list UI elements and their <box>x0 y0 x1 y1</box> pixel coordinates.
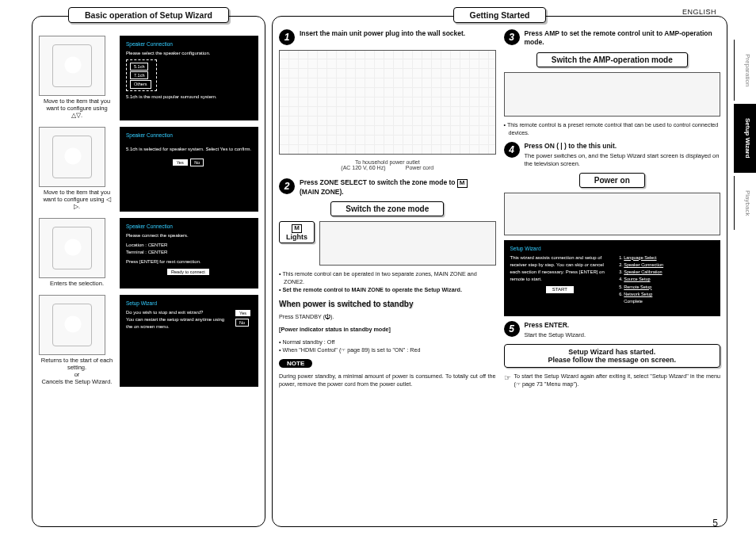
pind-heading: [Power indicator status in standby mode] <box>279 326 496 334</box>
page: ENGLISH Basic operation of Setup Wizard … <box>0 0 756 535</box>
bb3-term: Terminal : CENTER <box>126 249 252 256</box>
getting-started-col-b: 3 Press AMP to set the remote control un… <box>504 29 721 388</box>
remote-diagram-4 <box>39 295 105 355</box>
row-2: Move to the item that you want to config… <box>39 127 258 212</box>
wiz-list: Language Select Speaker Connection Speak… <box>614 254 714 298</box>
bb3-enter: Press [ENTER] for next connection. <box>126 258 252 266</box>
note-text: During power standby, a minimal amount o… <box>279 373 496 388</box>
step-3-badge: 3 <box>504 29 520 45</box>
lights-m-icon: M <box>292 224 302 233</box>
zone-m-icon: M <box>457 179 468 188</box>
fig1-c3: Power cord <box>406 165 433 170</box>
screen-setup-wizard: Setup Wizard This wizard assists connect… <box>504 240 721 316</box>
remote-diagram-1 <box>39 36 105 96</box>
lights-box: M Lights <box>279 221 315 243</box>
panel-getting-started: Getting Started 1 Insert the main unit p… <box>272 16 727 527</box>
bb2-title: Speaker Connection <box>126 132 252 139</box>
bb1-title: Speaker Connection <box>126 40 252 48</box>
bb3-loc: Location : CENTER <box>126 242 252 249</box>
bb4-l1: Do you wish to stop and exit wizard? You… <box>126 309 231 331</box>
page-number: 5 <box>712 518 718 529</box>
step-4-text: Press ON ( | ) to the this unit. The pow… <box>525 142 721 168</box>
preset-note: This remote control is a preset remote c… <box>504 121 721 137</box>
row-1: Move to the item that you want to config… <box>39 36 258 120</box>
remote-amp-diagram <box>504 72 721 117</box>
content-area: Basic operation of Setup Wizard Move to … <box>0 0 734 535</box>
step-1-badge: 1 <box>279 29 295 45</box>
tab-preparation[interactable]: Preparation <box>734 40 756 101</box>
bb3-ready: Ready to connect <box>167 269 209 275</box>
bb4-no: No <box>235 319 249 327</box>
tab-playback[interactable]: Playback <box>734 176 756 230</box>
standby-line: Press STANDBY (⏻). <box>279 313 496 321</box>
bb2-no: No <box>190 159 204 166</box>
step-2-text: Press ZONE SELECT to switch the zone mod… <box>300 178 468 197</box>
caption-2: Move to the item that you want to config… <box>39 187 115 212</box>
bb1-foot: 5.1ch is the most popular surround syste… <box>126 94 252 101</box>
remote-diagram-2 <box>39 127 105 187</box>
tab-setup-wizard[interactable]: Setup Wizard <box>734 104 756 173</box>
screen-connect-speakers: Speaker Connection Please connect the sp… <box>120 218 258 289</box>
caption-1: Move to the item that you want to config… <box>39 96 115 120</box>
wiz-complete: Complete <box>614 298 714 304</box>
zone-note-1: This remote control can be operated in t… <box>279 270 496 286</box>
hand-icon: ☞ <box>504 373 511 384</box>
caption-4: Returns to the start of each setting. or… <box>39 355 115 387</box>
rear-panel-diagram <box>279 50 496 155</box>
pind-2: When "HDMI Control" (☞ page 89) is set t… <box>279 346 496 354</box>
bb2-yes: Yes <box>173 159 188 166</box>
step-3-text: Press AMP to set the remote control unit… <box>525 29 721 48</box>
step-1-text: Insert the main unit power plug into the… <box>300 29 465 38</box>
restart-tip: To start the Setup Wizard again after ex… <box>514 373 721 388</box>
opt-51: 5.1ch <box>130 63 148 71</box>
screen-exit-wizard: Setup Wizard Do you wish to stop and exi… <box>120 295 258 387</box>
wiz-start: START <box>546 286 574 293</box>
screen-confirm-51: Speaker Connection 5.1ch is selected for… <box>120 127 258 212</box>
bb4-title: Setup Wizard <box>126 300 252 308</box>
panel-title-getting-started: Getting Started <box>453 7 547 23</box>
remote-diagram-3 <box>39 218 105 278</box>
panel-basic-operation: Basic operation of Setup Wizard Move to … <box>32 16 265 527</box>
row-3: Enters the selection. Speaker Connection… <box>39 218 258 289</box>
side-tabs: Preparation Setup Wizard Playback <box>734 0 756 535</box>
getting-started-col-a: 1 Insert the main unit power plug into t… <box>279 29 496 388</box>
fig1-c2: (AC 120 V, 60 Hz) <box>341 165 385 170</box>
remote-power-diagram <box>504 193 721 235</box>
step-5-text: Press ENTER. Start the Setup Wizard. <box>525 321 586 339</box>
row-4: Returns to the start of each setting. or… <box>39 295 258 387</box>
screen-speaker-select: Speaker Connection Please select the spe… <box>120 36 258 120</box>
started-2: Please follow the message on screen. <box>510 356 716 364</box>
wiz-text: This wizard assists connection and setup… <box>510 254 610 283</box>
opt-71: 7.1ch <box>130 71 148 79</box>
fig1-c1: To household power outlet <box>355 159 420 165</box>
step-5-sub: Start the Setup Wizard. <box>525 331 586 339</box>
lights-label: Lights <box>286 233 307 241</box>
standby-heading: When power is switched to standby <box>279 300 496 308</box>
bb3-title: Speaker Connection <box>126 223 252 231</box>
step-2-badge: 2 <box>279 178 295 194</box>
step-5-badge: 5 <box>504 321 520 337</box>
heading-amp-mode: Switch the AMP-operation mode <box>536 52 688 67</box>
zone-note-2: Set the remote control to MAIN ZONE to o… <box>279 286 496 294</box>
caption-3: Enters the selection. <box>39 278 115 289</box>
fig1-caption: To household power outlet (AC 120 V, 60 … <box>279 159 496 170</box>
remote-zone-diagram <box>319 221 496 266</box>
opt-oth: Others <box>130 80 151 88</box>
step-4-badge: 4 <box>504 142 520 158</box>
step-4-sub: The power switches on, and the Setup Wiz… <box>525 152 721 168</box>
note-badge: NOTE <box>279 359 312 368</box>
bb1-line: Please select the speaker configuration. <box>126 50 252 57</box>
heading-power-on: Power on <box>579 173 645 188</box>
bb3-l1: Please connect the speakers. <box>126 232 252 239</box>
wizard-started-box: Setup Wizard has started. Please follow … <box>504 344 721 368</box>
started-1: Setup Wizard has started. <box>510 348 716 356</box>
bb2-line: 5.1ch is selected for speaker system. Se… <box>126 146 252 153</box>
panel-title-basic: Basic operation of Setup Wizard <box>68 7 229 23</box>
heading-zone-mode: Switch the zone mode <box>330 201 444 216</box>
bb4-yes: Yes <box>235 310 250 316</box>
wiz-title: Setup Wizard <box>510 245 715 253</box>
pind-1: Normal standby : Off <box>279 338 496 346</box>
